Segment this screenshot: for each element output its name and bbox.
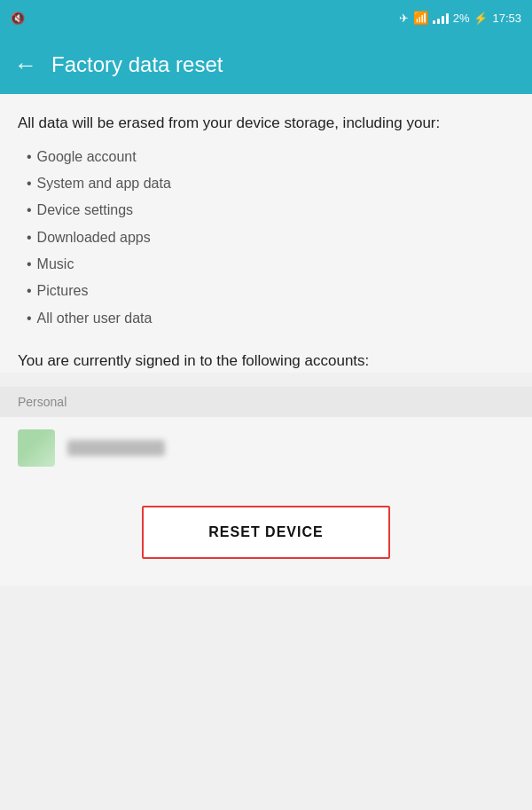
list-item-label: Google account xyxy=(37,144,137,170)
bullet-icon: • xyxy=(27,197,32,224)
data-list: • Google account • System and app data •… xyxy=(27,144,514,333)
list-item: • System and app data xyxy=(27,170,514,197)
bullet-icon: • xyxy=(27,278,32,304)
list-item: • Music xyxy=(27,251,514,278)
account-row xyxy=(0,417,532,479)
clock: 17:53 xyxy=(492,12,521,25)
personal-label: Personal xyxy=(18,395,66,409)
description-text: All data will be erased from your device… xyxy=(18,112,514,135)
status-bar: 🔇 ✈ 📶 2% ⚡ 17:53 xyxy=(0,0,532,35)
list-item-label: System and app data xyxy=(37,170,171,197)
list-item: • Downloaded apps xyxy=(27,224,514,251)
list-item-label: Downloaded apps xyxy=(37,224,151,251)
wifi-signal-icon: 📶 xyxy=(413,11,428,25)
list-item: • Pictures xyxy=(27,278,514,304)
signal-bars-icon xyxy=(433,12,449,24)
bullet-icon: • xyxy=(27,224,32,251)
bullet-icon: • xyxy=(27,251,32,278)
list-item: • Google account xyxy=(27,144,514,170)
battery-percentage: 2% xyxy=(453,12,470,25)
list-item-label: All other user data xyxy=(37,305,153,332)
status-bar-left: 🔇 xyxy=(11,12,394,25)
bullet-icon: • xyxy=(27,144,32,170)
personal-section-header: Personal xyxy=(0,387,532,417)
bullet-icon: • xyxy=(27,305,32,332)
reset-device-button[interactable]: RESET DEVICE xyxy=(142,506,390,559)
battery-icon: ⚡ xyxy=(473,12,488,25)
page-title: Factory data reset xyxy=(51,52,223,77)
back-button[interactable]: ← xyxy=(14,53,37,76)
accounts-text: You are currently signed in to the follo… xyxy=(18,350,514,373)
list-item-label: Music xyxy=(37,251,74,278)
bullet-icon: • xyxy=(27,170,32,197)
mute-icon: 🔇 xyxy=(11,12,25,25)
content-area: All data will be erased from your device… xyxy=(0,94,532,373)
reset-device-label: RESET DEVICE xyxy=(208,524,323,540)
title-bar: ← Factory data reset xyxy=(0,35,532,94)
account-avatar xyxy=(18,429,55,467)
status-bar-right: ✈ 📶 2% ⚡ 17:53 xyxy=(399,11,521,25)
button-area: RESET DEVICE xyxy=(0,479,532,586)
wifi-icon: ✈ xyxy=(399,12,409,25)
account-name-blurred xyxy=(67,440,165,456)
list-item-label: Device settings xyxy=(37,197,134,224)
list-item: • Device settings xyxy=(27,197,514,224)
list-item: • All other user data xyxy=(27,305,514,332)
list-item-label: Pictures xyxy=(37,278,89,304)
